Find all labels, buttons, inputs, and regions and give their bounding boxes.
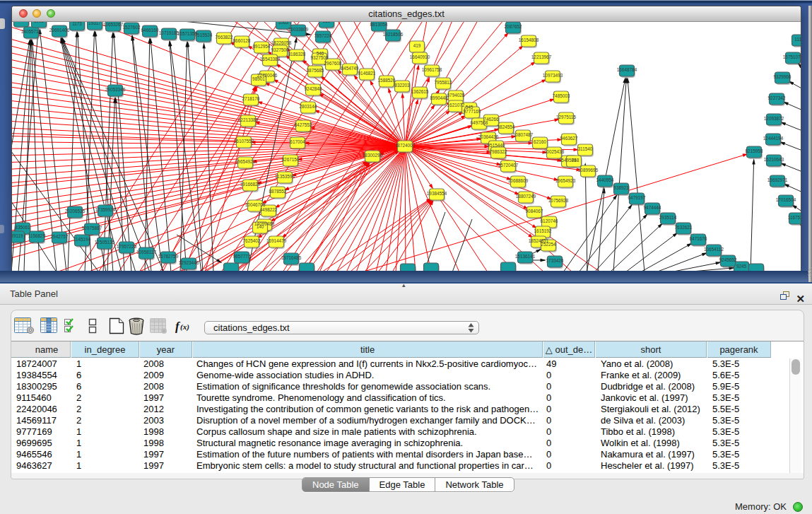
svg-text:12975115: 12975115 xyxy=(556,115,576,119)
svg-text:9327508: 9327508 xyxy=(311,55,329,60)
svg-text:835061: 835061 xyxy=(15,225,30,230)
svg-text:9084067: 9084067 xyxy=(526,209,543,214)
svg-text:19166829: 19166829 xyxy=(240,182,261,187)
svg-text:10807487: 10807487 xyxy=(513,132,534,137)
svg-text:10688609: 10688609 xyxy=(508,178,529,183)
svg-text:1117: 1117 xyxy=(794,37,801,42)
svg-text:617004: 617004 xyxy=(290,139,305,144)
svg-text:20691406: 20691406 xyxy=(49,28,70,33)
svg-text:1903: 1903 xyxy=(34,22,45,23)
svg-text:10899695: 10899695 xyxy=(578,168,599,173)
svg-text:1173: 1173 xyxy=(72,22,82,26)
svg-text:18724007: 18724007 xyxy=(395,143,416,148)
svg-text:18807249: 18807249 xyxy=(516,194,536,199)
svg-text:8813054: 8813054 xyxy=(370,22,388,27)
svg-text:9242848: 9242848 xyxy=(305,86,322,91)
svg-text:16914479: 16914479 xyxy=(266,238,287,243)
svg-text:20364436: 20364436 xyxy=(478,134,499,139)
svg-text:7515524: 7515524 xyxy=(195,33,213,37)
svg-text:19384554: 19384554 xyxy=(427,191,447,196)
svg-text:7625402: 7625402 xyxy=(243,238,261,243)
svg-text:10958117: 10958117 xyxy=(136,250,156,255)
svg-text:1156829: 1156829 xyxy=(28,233,46,238)
svg-text:6120746: 6120746 xyxy=(541,218,558,223)
svg-text:832203: 832203 xyxy=(394,83,410,88)
svg-text:16543382: 16543382 xyxy=(260,57,281,62)
svg-text:15136141: 15136141 xyxy=(515,254,536,259)
svg-text:12213967: 12213967 xyxy=(531,54,552,59)
svg-text:20206535: 20206535 xyxy=(65,209,86,214)
svg-text:16640910: 16640910 xyxy=(410,54,430,59)
svg-text:10046766: 10046766 xyxy=(245,202,266,207)
svg-text:2087652: 2087652 xyxy=(505,24,522,29)
svg-text:3824554: 3824554 xyxy=(498,124,515,129)
svg-text:10025438: 10025438 xyxy=(544,149,565,154)
svg-text:1145194: 1145194 xyxy=(73,237,91,242)
svg-text:9515440: 9515440 xyxy=(488,143,505,148)
svg-text:1733426: 1733426 xyxy=(546,258,564,263)
svg-text:8267150: 8267150 xyxy=(282,157,300,162)
svg-text:18300295: 18300295 xyxy=(363,153,383,158)
svg-text:8990448: 8990448 xyxy=(430,95,448,100)
svg-text:10961758: 10961758 xyxy=(422,67,442,72)
svg-text:10653267: 10653267 xyxy=(103,22,124,27)
svg-text:6479197: 6479197 xyxy=(628,195,646,200)
svg-text:9463627: 9463627 xyxy=(560,136,578,141)
svg-text:7632621: 7632621 xyxy=(675,225,693,230)
svg-text:863: 863 xyxy=(323,22,331,23)
svg-text:10973493: 10973493 xyxy=(543,73,563,78)
svg-text:9245: 9245 xyxy=(736,264,747,269)
svg-text:12505135: 12505135 xyxy=(95,240,115,245)
svg-text:7986322: 7986322 xyxy=(490,149,507,154)
svg-text:1588520: 1588520 xyxy=(378,78,396,83)
svg-text:1167533: 1167533 xyxy=(788,215,801,220)
svg-text:9227342: 9227342 xyxy=(768,95,786,100)
svg-text:1362615: 1362615 xyxy=(411,89,429,94)
svg-text:2967608: 2967608 xyxy=(324,61,342,66)
svg-text:8427552: 8427552 xyxy=(295,122,312,127)
svg-text:2935114: 2935114 xyxy=(659,215,677,220)
svg-text:19654923: 19654923 xyxy=(235,159,256,164)
svg-text:19654923: 19654923 xyxy=(555,178,576,183)
svg-text:17016504: 17016504 xyxy=(776,197,796,202)
svg-text:7485003: 7485003 xyxy=(553,93,570,98)
svg-text:8215958: 8215958 xyxy=(746,148,763,153)
svg-text:39119: 39119 xyxy=(12,233,23,238)
svg-text:8912954: 8912954 xyxy=(253,44,271,49)
svg-text:12213389: 12213389 xyxy=(238,117,259,122)
svg-text:17359924: 17359924 xyxy=(95,207,116,212)
svg-text:1621072: 1621072 xyxy=(447,103,465,107)
svg-text:16033809: 16033809 xyxy=(288,27,309,32)
svg-text:10719185: 10719185 xyxy=(159,30,180,35)
svg-text:84: 84 xyxy=(571,158,577,163)
svg-text:1527602: 1527602 xyxy=(123,25,141,30)
svg-text:2942757: 2942757 xyxy=(51,234,69,239)
svg-text:252254: 252254 xyxy=(541,242,556,247)
svg-text:15751074: 15751074 xyxy=(783,54,801,59)
svg-text:9329966: 9329966 xyxy=(774,74,792,79)
svg-text:12093872: 12093872 xyxy=(764,116,784,121)
svg-text:8454749: 8454749 xyxy=(341,66,359,71)
svg-text:16107552: 16107552 xyxy=(234,139,254,144)
svg-text:9327500: 9327500 xyxy=(271,47,289,52)
svg-text:7857224: 7857224 xyxy=(314,33,332,38)
svg-text:7955812: 7955812 xyxy=(435,80,452,85)
svg-text:9146821: 9146821 xyxy=(358,71,376,76)
svg-text:19716485: 19716485 xyxy=(281,255,302,260)
svg-text:12923446: 12923446 xyxy=(179,260,199,265)
svg-text:9857771: 9857771 xyxy=(233,254,251,259)
svg-text:17957225: 17957225 xyxy=(117,244,137,249)
svg-text:4498222: 4498222 xyxy=(260,207,278,212)
svg-text:9777169: 9777169 xyxy=(464,109,481,114)
svg-text:8660128: 8660128 xyxy=(233,38,251,43)
svg-text:62160: 62160 xyxy=(534,139,546,144)
svg-text:90975887: 90975887 xyxy=(82,226,102,230)
svg-text:2718176: 2718176 xyxy=(242,96,260,101)
svg-text:15692971: 15692971 xyxy=(767,177,788,182)
svg-text:10756928: 10756928 xyxy=(548,198,569,203)
svg-text:16782759: 16782759 xyxy=(158,254,179,259)
svg-text:938923: 938923 xyxy=(613,185,629,190)
svg-text:19218506: 19218506 xyxy=(383,32,404,37)
svg-text:8471676: 8471676 xyxy=(690,236,707,241)
svg-text:9245652: 9245652 xyxy=(719,257,737,262)
